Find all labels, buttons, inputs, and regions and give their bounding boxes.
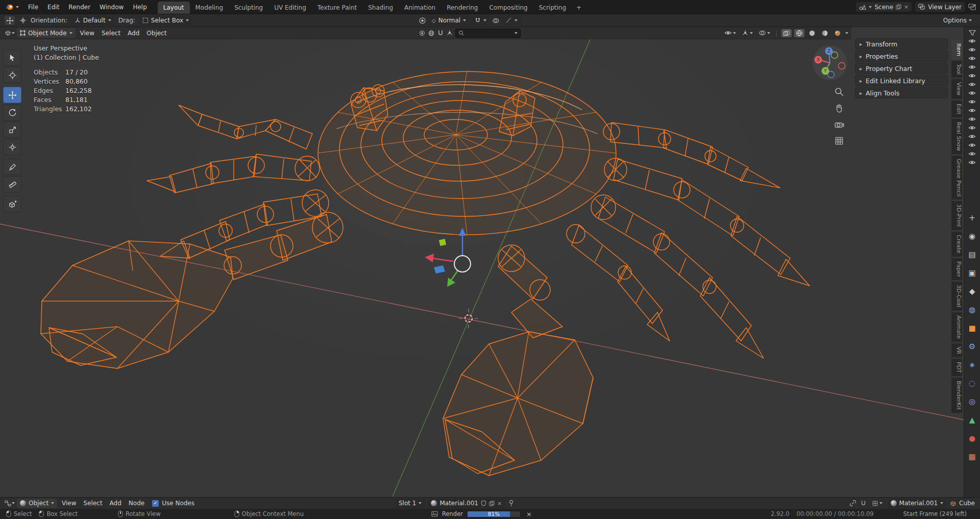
pin-icon[interactable] [508, 500, 514, 507]
eye-icon[interactable] [968, 47, 976, 53]
eye-icon[interactable] [968, 82, 976, 87]
shading-wireframe-button[interactable] [794, 29, 804, 37]
overlap-circles-icon[interactable] [492, 17, 500, 24]
gizmo-plane-handle[interactable] [434, 265, 445, 274]
shading-material-button[interactable] [820, 29, 830, 37]
sidebar-tab[interactable]: Grease Pencil [951, 156, 962, 200]
snap-magnet-icon[interactable] [437, 30, 444, 37]
cursor-tool[interactable] [3, 67, 21, 83]
properties-tab[interactable]: ● [969, 435, 975, 442]
sidebar-panel-header[interactable]: ▸ Transform [855, 38, 948, 50]
sidebar-tab[interactable]: Real Snow [951, 119, 962, 154]
eye-icon[interactable] [968, 108, 976, 113]
sidebar-panel-header[interactable]: ▸ Property Chart [855, 63, 948, 74]
viewport-menu-item[interactable]: Add [124, 27, 143, 39]
editor-type-button[interactable] [3, 499, 16, 508]
shader-menu-item[interactable]: View [58, 498, 80, 509]
viewport-menu-item[interactable]: View [77, 27, 98, 39]
eye-icon[interactable] [968, 64, 976, 70]
cancel-render-button[interactable]: × [525, 510, 533, 518]
gizmo-free-move-ring[interactable] [454, 256, 471, 272]
workspace-tab[interactable]: Layout [158, 2, 190, 14]
menu-item[interactable]: File [23, 0, 43, 14]
active-tool-indicator[interactable] [4, 15, 15, 26]
sidebar-tab[interactable]: 3D-Coat [951, 282, 962, 311]
new-view-layer-icon[interactable] [968, 4, 976, 11]
unlink-scene-button[interactable]: × [904, 4, 909, 10]
editor-type-button[interactable] [3, 29, 16, 37]
menu-item[interactable]: Window [95, 0, 128, 14]
eye-icon[interactable] [968, 99, 976, 105]
crab-wireframe-object[interactable] [41, 71, 810, 476]
slot-dropdown[interactable]: Slot 1 [396, 499, 425, 508]
gizmos-toggle-icon[interactable] [446, 30, 453, 37]
new-scene-icon[interactable] [896, 4, 901, 10]
sidebar-tab[interactable]: Tool [951, 61, 962, 78]
pan-button[interactable] [833, 103, 845, 114]
workspace-tab[interactable]: UV Editing [268, 2, 312, 14]
sidebar-panel-header[interactable]: ▸ Edit Linked Library [855, 75, 948, 86]
eye-icon[interactable] [968, 142, 976, 148]
sidebar-tab[interactable]: Edit [951, 101, 962, 117]
menu-item[interactable]: Help [128, 0, 151, 14]
eye-icon[interactable] [968, 160, 976, 165]
workspace-tab[interactable]: Rendering [441, 2, 483, 14]
eye-icon[interactable] [968, 90, 976, 96]
shading-rendered-button[interactable] [832, 29, 843, 37]
overlay-dropdown[interactable] [870, 500, 884, 507]
move-gizmo[interactable] [425, 228, 471, 287]
workspace-tab[interactable]: Texture Paint [312, 2, 362, 14]
properties-tab[interactable]: ⚙ [969, 343, 975, 351]
add-workspace-button[interactable]: + [572, 2, 586, 14]
sidebar-tab[interactable]: PDT [951, 359, 962, 376]
navigation-gizmo[interactable]: X Y Z [812, 44, 848, 81]
eye-icon[interactable] [968, 38, 976, 44]
perspective-toggle-button[interactable] [833, 135, 845, 146]
shader-menu-item[interactable]: Add [106, 498, 125, 509]
falloff-dropdown[interactable] [502, 16, 521, 26]
overlays-dropdown[interactable] [757, 29, 772, 37]
annotate-tool[interactable] [3, 159, 21, 175]
gizmos-dropdown[interactable] [740, 29, 754, 37]
sidebar-tab[interactable]: Paper [951, 258, 962, 280]
shader-menu-item[interactable]: Select [80, 498, 106, 509]
snap-mode-dropdown[interactable]: ◇ Normal [429, 16, 469, 26]
blender-menu-button[interactable] [0, 0, 23, 14]
material-name-field[interactable]: Material.001 × [428, 499, 505, 508]
sidebar-tab[interactable]: VR [951, 343, 962, 357]
transform-pivot-icon[interactable] [419, 30, 426, 37]
workspace-tab[interactable]: Shading [362, 2, 399, 14]
proportional-editing-icon[interactable] [419, 17, 426, 24]
menu-item[interactable]: Render [64, 0, 95, 14]
xray-toggle[interactable] [781, 29, 792, 37]
properties-tab[interactable]: ◆ [969, 288, 975, 295]
viewport-search-field[interactable] [455, 29, 521, 38]
transform-tool[interactable] [3, 139, 21, 155]
material-selector[interactable]: Material.001 [888, 499, 946, 508]
rotate-tool[interactable] [3, 104, 21, 120]
viewport-menu-item[interactable]: Select [98, 27, 124, 39]
properties-tab[interactable]: ▤ [968, 251, 975, 259]
properties-tab[interactable]: ◉ [969, 233, 975, 240]
workspace-tab[interactable]: Animation [399, 2, 441, 14]
move-tool[interactable] [3, 87, 21, 103]
shader-menu-item[interactable]: Node [125, 498, 148, 509]
sidebar-tab[interactable]: Item [951, 40, 962, 59]
copy-icon[interactable] [489, 501, 495, 506]
sidebar-tab[interactable]: 3D-Print [951, 201, 962, 230]
shader-type-dropdown[interactable]: Object [17, 499, 57, 508]
fake-user-shield-icon[interactable] [481, 500, 486, 506]
scene-selector[interactable]: Scene × [856, 2, 912, 12]
menu-item[interactable]: Edit [43, 0, 64, 14]
orientation-globe-icon[interactable] [428, 30, 435, 37]
workspace-tab[interactable]: Sculpting [229, 2, 268, 14]
workspace-tab[interactable]: Scripting [533, 2, 572, 14]
select-tweak-tool[interactable] [3, 50, 21, 66]
viewport-3d[interactable]: Object Mode ViewSelectAddObject [0, 27, 980, 497]
use-nodes-toggle[interactable]: ✓ Use Nodes [152, 500, 194, 507]
eye-icon[interactable] [968, 125, 976, 131]
eye-icon[interactable] [968, 116, 976, 122]
measure-tool[interactable] [3, 176, 21, 192]
properties-tab[interactable]: ◎ [969, 398, 975, 406]
workspace-tab[interactable]: Compositing [483, 2, 533, 14]
